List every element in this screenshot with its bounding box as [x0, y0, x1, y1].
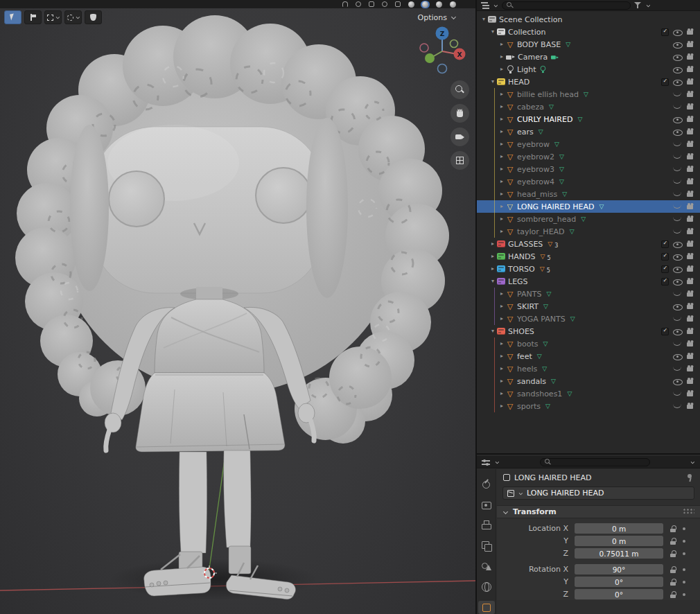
eye-hidden-icon[interactable]	[673, 104, 681, 109]
eye-visible-icon[interactable]	[673, 327, 683, 336]
select-box-tool-button[interactable]	[44, 10, 62, 24]
rotation-y-field[interactable]: 0°	[575, 577, 663, 587]
measure-tool-button[interactable]	[85, 10, 102, 24]
lock-icon[interactable]	[670, 578, 677, 586]
outliner-row-sports[interactable]: sports	[477, 400, 700, 412]
disclosure-triangle-icon[interactable]	[498, 51, 506, 63]
eye-visible-icon[interactable]	[673, 377, 683, 386]
render-visibility-camera-icon[interactable]	[687, 103, 697, 111]
properties-tab-scene[interactable]	[478, 560, 495, 573]
panel-grip-icon[interactable]	[683, 509, 694, 515]
collection-checkbox[interactable]	[661, 278, 669, 286]
transform-panel-header[interactable]: Transform	[497, 505, 700, 518]
editor-type-chevron-icon[interactable]	[495, 460, 499, 464]
location-y-field[interactable]: 0 m	[575, 536, 663, 546]
disclosure-triangle-icon[interactable]	[480, 13, 488, 26]
outliner-row-heels[interactable]: heels	[477, 362, 700, 375]
outliner-row-skirt[interactable]: SKIRT	[477, 300, 700, 313]
render-visibility-camera-icon[interactable]	[687, 290, 697, 298]
animate-property-dot[interactable]	[683, 593, 685, 596]
render-visibility-camera-icon[interactable]	[687, 78, 697, 86]
outliner-row-pants[interactable]: PANTS	[477, 288, 700, 300]
eye-hidden-icon[interactable]	[673, 141, 681, 146]
grid-button[interactable]	[450, 151, 469, 170]
animate-property-dot[interactable]	[683, 568, 685, 571]
outliner-row-sombrero-head[interactable]: sombrero_head	[477, 213, 700, 225]
shading-wireframe-icon[interactable]	[407, 1, 416, 8]
outliner-row-sandals[interactable]: sandals	[477, 375, 700, 387]
disclosure-triangle-icon[interactable]	[498, 125, 506, 138]
disclosure-triangle-icon[interactable]	[489, 250, 497, 263]
render-visibility-camera-icon[interactable]	[687, 140, 697, 148]
rotation-z-field[interactable]: 0°	[575, 589, 663, 599]
zoom-button[interactable]	[450, 80, 469, 99]
eye-hidden-icon[interactable]	[673, 366, 681, 371]
disclosure-triangle-icon[interactable]	[498, 150, 506, 163]
show-gizmos-icon[interactable]	[367, 1, 376, 8]
animate-property-dot[interactable]	[683, 527, 685, 530]
render-visibility-camera-icon[interactable]	[687, 215, 697, 223]
animate-property-dot[interactable]	[683, 552, 685, 555]
eye-hidden-icon[interactable]	[673, 154, 681, 159]
location-x-field[interactable]: 0 m	[575, 523, 663, 534]
axis-y-handle[interactable]	[425, 53, 435, 63]
outliner-row-billie-ellish-head[interactable]: billie ellish head	[477, 88, 700, 100]
outliner-search-input[interactable]	[516, 1, 626, 9]
eye-visible-icon[interactable]	[673, 352, 683, 361]
eye-visible-icon[interactable]	[673, 252, 683, 261]
eye-visible-icon[interactable]	[673, 65, 683, 74]
outliner-editor-icon[interactable]	[481, 1, 489, 9]
render-visibility-camera-icon[interactable]	[687, 115, 697, 123]
disclosure-triangle-icon[interactable]	[498, 188, 506, 200]
outliner-row-head-miss[interactable]: head_miss	[477, 188, 700, 200]
outliner-row-cabeza[interactable]: cabeza	[477, 100, 700, 113]
shading-material-icon[interactable]	[435, 1, 444, 8]
render-visibility-camera-icon[interactable]	[687, 152, 697, 161]
xray-toggle-icon[interactable]	[394, 1, 402, 8]
render-visibility-camera-icon[interactable]	[687, 277, 697, 286]
collection-checkbox[interactable]	[661, 253, 669, 261]
disclosure-triangle-icon[interactable]	[498, 38, 506, 51]
render-visibility-camera-icon[interactable]	[687, 177, 697, 186]
eye-hidden-icon[interactable]	[673, 229, 681, 234]
eye-hidden-icon[interactable]	[673, 179, 681, 184]
disclosure-triangle-icon[interactable]	[498, 63, 506, 76]
disclosure-triangle-icon[interactable]	[498, 100, 506, 113]
eye-hidden-icon[interactable]	[673, 91, 681, 96]
properties-options-chevron-icon[interactable]	[690, 460, 694, 464]
outliner-row-boots[interactable]: boots	[477, 337, 700, 350]
eye-visible-icon[interactable]	[673, 28, 683, 37]
outliner-row-taylor-head[interactable]: taylor_HEAD	[477, 225, 700, 238]
collection-checkbox[interactable]	[661, 28, 669, 36]
outliner-row-feet[interactable]: feet	[477, 350, 700, 362]
disclosure-triangle-icon[interactable]	[489, 263, 497, 275]
eye-visible-icon[interactable]	[673, 302, 683, 311]
shading-solid-icon[interactable]	[421, 1, 430, 8]
disclosure-triangle-icon[interactable]	[489, 26, 497, 38]
disclosure-triangle-icon[interactable]	[498, 362, 506, 375]
eye-visible-icon[interactable]	[673, 115, 683, 124]
eye-visible-icon[interactable]	[673, 40, 683, 49]
outliner-row-legs[interactable]: LEGS	[477, 275, 700, 288]
properties-search[interactable]	[540, 458, 650, 466]
render-visibility-camera-icon[interactable]	[687, 365, 697, 373]
render-visibility-camera-icon[interactable]	[687, 165, 697, 173]
render-visibility-camera-icon[interactable]	[687, 340, 697, 348]
browse-object-chevron-icon[interactable]	[518, 491, 523, 495]
options-button[interactable]: Options	[414, 10, 460, 24]
axis-y-neg-handle[interactable]	[450, 40, 458, 48]
disclosure-triangle-icon[interactable]	[489, 76, 497, 88]
lock-icon[interactable]	[670, 565, 677, 574]
disclosure-triangle-icon[interactable]	[498, 387, 506, 400]
animate-property-dot[interactable]	[683, 540, 685, 543]
outliner-row-long-haired-head[interactable]: LONG HAIRED HEAD	[477, 200, 700, 213]
outliner-row-eyebrow[interactable]: eyebrow	[477, 138, 700, 150]
disclosure-triangle-icon[interactable]	[498, 163, 506, 175]
outliner-row-scene-collection[interactable]: Scene Collection	[477, 13, 700, 26]
outliner-row-ears[interactable]: ears	[477, 125, 700, 138]
collection-checkbox[interactable]	[661, 328, 669, 335]
snap-magnet-icon[interactable]	[341, 1, 349, 8]
outliner-row-curly-haired[interactable]: CURLY HAIRED	[477, 113, 700, 125]
collection-checkbox[interactable]	[661, 265, 669, 273]
disclosure-triangle-icon[interactable]	[498, 113, 506, 125]
